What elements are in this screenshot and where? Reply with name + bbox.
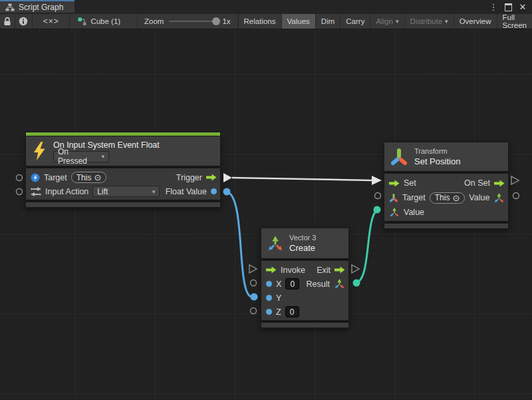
target-label: Target bbox=[402, 193, 426, 202]
info-icon bbox=[19, 17, 28, 26]
node-vector3-create[interactable]: Vector 3 Create Invoke Exit X 0 Result Y bbox=[261, 228, 349, 328]
transform-category: Transform bbox=[414, 147, 460, 155]
edit-script-button[interactable]: <×> bbox=[33, 14, 70, 29]
maximize-icon bbox=[505, 3, 512, 11]
dim-button[interactable]: Dim bbox=[315, 14, 340, 29]
node-on-input-system-event-float[interactable]: On Input System Event Float On Pressed ▾… bbox=[25, 132, 221, 208]
flow-arrow-icon bbox=[389, 180, 400, 187]
y-label: Y bbox=[276, 294, 281, 303]
zoom-slider-handle[interactable] bbox=[212, 17, 220, 25]
align-button[interactable]: Align ▾ bbox=[370, 14, 404, 29]
vector3-node-body: Invoke Exit X 0 Result Y Z 0 bbox=[261, 260, 349, 321]
event-input-action-row: Input Action Lift ▾ Float Value bbox=[26, 184, 220, 198]
flow-arrow-icon bbox=[206, 174, 217, 181]
distribute-button[interactable]: Distribute ▾ bbox=[404, 14, 454, 29]
float-value-label: Float Value bbox=[166, 187, 207, 196]
script-graph-icon bbox=[5, 3, 15, 11]
vector3-node-header[interactable]: Vector 3 Create bbox=[261, 228, 349, 259]
result-label: Result bbox=[307, 280, 330, 289]
carry-button[interactable]: Carry bbox=[340, 14, 370, 29]
relations-button[interactable]: Relations bbox=[238, 14, 281, 29]
transform-target-row: Target This ⊙ Value bbox=[384, 190, 508, 205]
node-transform-set-position[interactable]: Transform Set Position Set On Set Target… bbox=[384, 142, 509, 229]
transform-node-body: Set On Set Target This ⊙ Value Value bbox=[384, 173, 509, 222]
transform-node-footer bbox=[384, 223, 509, 229]
vector3-node-footer bbox=[261, 322, 349, 328]
lock-button[interactable] bbox=[0, 14, 15, 29]
zoom-value: 1x bbox=[222, 17, 230, 25]
event-target-row: Target This ⊙ Trigger bbox=[26, 170, 220, 184]
lock-icon bbox=[3, 17, 11, 26]
close-icon[interactable]: ✕ bbox=[517, 1, 528, 13]
vector3-category: Vector 3 bbox=[289, 234, 316, 242]
target-label: Target bbox=[44, 173, 67, 182]
flow-arrow-icon bbox=[266, 266, 277, 274]
value-in-label: Value bbox=[404, 208, 424, 217]
graph-owner-button[interactable]: Cube (1) bbox=[70, 14, 138, 29]
float-type-dot bbox=[211, 188, 217, 194]
vector3-invoke-row: Invoke Exit bbox=[261, 263, 348, 277]
vector3-z-row: Z 0 bbox=[261, 305, 348, 319]
target-icon: ⊙ bbox=[94, 173, 101, 182]
vector3-y-row: Y bbox=[261, 291, 348, 305]
values-button[interactable]: Values bbox=[281, 14, 315, 29]
transform-icon bbox=[389, 193, 398, 203]
event-node-header[interactable]: On Input System Event Float On Pressed ▾ bbox=[25, 136, 221, 166]
tab-strip: ⋮ ✕ bbox=[74, 0, 532, 14]
lightning-bolt-icon bbox=[31, 141, 47, 161]
transform-title: Set Position bbox=[414, 156, 460, 166]
graph-owner-label: Cube (1) bbox=[90, 17, 120, 25]
overview-button[interactable]: Overview bbox=[454, 14, 497, 29]
invoke-label: Invoke bbox=[281, 266, 305, 275]
vector3-x-row: X 0 Result bbox=[261, 277, 348, 291]
zoom-control: Zoom 1x bbox=[138, 14, 238, 29]
vector3-icon bbox=[389, 207, 400, 218]
input-system-icon bbox=[31, 173, 40, 182]
on-set-label: On Set bbox=[464, 178, 490, 188]
chevron-down-icon: ▾ bbox=[396, 18, 399, 25]
input-action-icon bbox=[31, 187, 41, 196]
z-type-dot bbox=[266, 309, 272, 315]
window-menu-icon[interactable]: ⋮ bbox=[488, 1, 499, 13]
target-object-picker[interactable]: This ⊙ bbox=[430, 192, 466, 204]
flow-arrow-icon bbox=[334, 266, 345, 274]
x-type-dot bbox=[266, 281, 272, 287]
graph-toolbar: <×> Cube (1) Zoom 1x Relations Values Di… bbox=[0, 14, 532, 29]
target-object-picker[interactable]: This ⊙ bbox=[71, 172, 107, 183]
chevron-down-icon: ▾ bbox=[101, 153, 104, 160]
transform-icon bbox=[390, 147, 408, 167]
transform-set-row: Set On Set bbox=[384, 176, 508, 190]
chevron-down-icon: ▾ bbox=[152, 188, 156, 195]
flow-arrow-icon bbox=[494, 180, 505, 187]
maximize-button[interactable] bbox=[503, 1, 513, 13]
graph-owner-icon bbox=[78, 17, 86, 26]
vector3-icon bbox=[493, 192, 505, 204]
vector3-icon bbox=[267, 235, 284, 252]
event-mode-dropdown[interactable]: On Pressed ▾ bbox=[53, 151, 109, 162]
title-bar: Script Graph ⋮ ✕ bbox=[0, 0, 532, 14]
x-label: X bbox=[276, 280, 281, 289]
full-screen-button[interactable]: Full Screen bbox=[497, 14, 532, 29]
vector3-title: Create bbox=[289, 243, 316, 253]
x-value-input[interactable]: 0 bbox=[285, 278, 299, 290]
event-node-footer bbox=[25, 202, 221, 208]
exit-label: Exit bbox=[317, 266, 331, 275]
zoom-slider[interactable] bbox=[169, 21, 217, 22]
transform-value-row: Value bbox=[384, 205, 508, 220]
zoom-label: Zoom bbox=[144, 17, 164, 25]
z-value-input[interactable]: 0 bbox=[285, 306, 299, 317]
chevron-down-icon: ▾ bbox=[445, 18, 448, 25]
view-buttons: Relations Values Dim Carry Align ▾ Distr… bbox=[238, 14, 532, 29]
input-action-dropdown[interactable]: Lift ▾ bbox=[92, 186, 160, 197]
y-type-dot bbox=[266, 295, 272, 301]
inspect-button[interactable] bbox=[15, 14, 33, 29]
code-icon: <×> bbox=[43, 17, 59, 26]
tab-title: Script Graph bbox=[19, 3, 63, 12]
vector3-icon bbox=[334, 278, 345, 290]
event-node-body: Target This ⊙ Trigger Input Action Lift … bbox=[25, 168, 221, 200]
transform-node-header[interactable]: Transform Set Position bbox=[384, 142, 509, 172]
input-action-label: Input Action bbox=[45, 187, 88, 196]
target-icon: ⊙ bbox=[452, 194, 460, 202]
tab-script-graph[interactable]: Script Graph bbox=[0, 0, 74, 13]
trigger-label: Trigger bbox=[176, 173, 202, 182]
